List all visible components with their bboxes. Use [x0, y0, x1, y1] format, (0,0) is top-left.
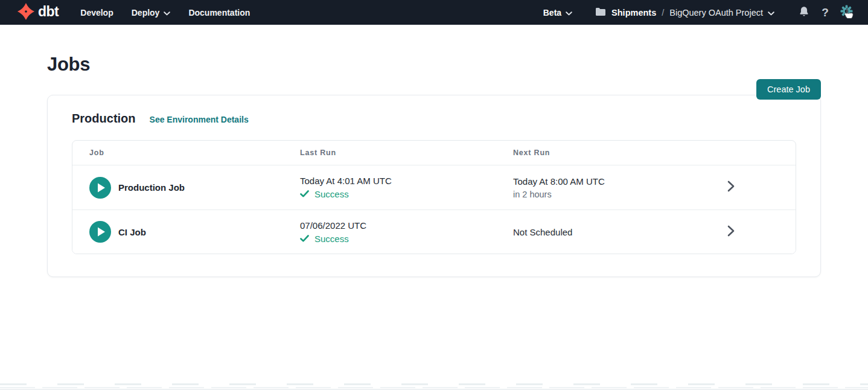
- row-expand-cell: [727, 225, 786, 239]
- last-run-cell: 07/06/2022 UTC Success: [300, 220, 513, 244]
- gear-icon: [840, 5, 853, 20]
- status-badge: Success: [314, 234, 349, 244]
- run-job-button[interactable]: [89, 221, 111, 243]
- job-cell: Production Job: [89, 177, 300, 199]
- column-header-next-run: Next Run: [513, 149, 727, 157]
- last-run-status: Success: [300, 189, 513, 199]
- job-name: CI Job: [118, 227, 146, 237]
- primary-nav: Develop Deploy Documentation: [80, 8, 250, 18]
- see-environment-details-link[interactable]: See Environment Details: [150, 115, 249, 124]
- column-header-job: Job: [89, 149, 300, 157]
- table-row-ci-job[interactable]: CI Job 07/06/2022 UTC Success Not Schedu…: [72, 209, 796, 254]
- beta-selector[interactable]: Beta: [543, 8, 572, 18]
- bell-icon: [799, 6, 809, 19]
- folder-icon: [595, 7, 606, 18]
- help-button[interactable]: ?: [818, 5, 832, 20]
- job-cell: CI Job: [89, 221, 300, 243]
- create-job-button[interactable]: Create Job: [756, 79, 821, 100]
- check-icon: [300, 234, 309, 244]
- nav-item-documentation[interactable]: Documentation: [188, 8, 250, 18]
- breadcrumb-environment-label: BigQuery OAuth Project: [669, 8, 763, 18]
- nav-item-deploy[interactable]: Deploy: [132, 8, 171, 18]
- last-run-time: 07/06/2022 UTC: [300, 220, 513, 231]
- breadcrumb-separator: /: [662, 8, 664, 18]
- question-mark-icon: ?: [822, 6, 829, 19]
- chevron-down-icon: [566, 8, 572, 18]
- environment-card-header: Production See Environment Details: [72, 112, 796, 126]
- run-job-button[interactable]: [89, 177, 111, 199]
- job-name: Production Job: [118, 182, 185, 193]
- nav-item-develop[interactable]: Develop: [80, 8, 113, 18]
- jobs-table: Job Last Run Next Run Production Job: [72, 140, 796, 254]
- next-run-cell: Not Scheduled: [513, 227, 727, 237]
- next-run-time: Not Scheduled: [513, 227, 727, 237]
- dbt-logo-icon: [17, 2, 35, 23]
- nav-item-documentation-label: Documentation: [188, 8, 250, 18]
- chevron-right-icon[interactable]: [727, 225, 735, 239]
- next-run-note: in 2 hours: [513, 190, 727, 199]
- nav-item-develop-label: Develop: [80, 8, 113, 18]
- main-content: Jobs Create Job Production See Environme…: [0, 25, 868, 277]
- breadcrumb-environment[interactable]: BigQuery OAuth Project: [669, 8, 774, 18]
- top-navbar: dbt Develop Deploy Documentation Beta Sh…: [0, 0, 868, 25]
- last-run-time: Today At 4:01 AM UTC: [300, 176, 513, 186]
- column-header-last-run: Last Run: [300, 149, 513, 157]
- beta-label: Beta: [543, 8, 561, 18]
- jobs-table-header: Job Last Run Next Run: [72, 141, 796, 165]
- last-run-status: Success: [300, 234, 513, 244]
- notifications-button[interactable]: [797, 5, 811, 20]
- chevron-right-icon[interactable]: [727, 181, 735, 194]
- page-title: Jobs: [47, 25, 821, 75]
- chevron-down-icon: [768, 8, 774, 18]
- last-run-cell: Today At 4:01 AM UTC Success: [300, 176, 513, 199]
- dbt-logo[interactable]: dbt: [17, 2, 59, 23]
- settings-button[interactable]: [839, 5, 854, 20]
- row-expand-cell: [727, 181, 786, 194]
- dbt-logo-text: dbt: [38, 5, 59, 21]
- environment-card: Production See Environment Details Job L…: [47, 95, 821, 277]
- navbar-right: Beta Shipments / BigQuery OAuth Project: [543, 5, 854, 20]
- next-run-cell: Today At 8:00 AM UTC in 2 hours: [513, 176, 727, 199]
- chevron-down-icon: [164, 8, 170, 18]
- table-row-production-job[interactable]: Production Job Today At 4:01 AM UTC Succ…: [72, 165, 796, 209]
- next-run-time: Today At 8:00 AM UTC: [513, 176, 727, 187]
- page-bottom-dashed-texture-2: [0, 387, 868, 388]
- environment-title: Production: [72, 112, 136, 126]
- page-bottom-dashed-texture: [0, 383, 868, 385]
- nav-item-deploy-label: Deploy: [132, 8, 160, 18]
- check-icon: [300, 189, 309, 199]
- breadcrumb-project[interactable]: Shipments: [611, 8, 656, 18]
- status-badge: Success: [314, 189, 349, 199]
- breadcrumb: Shipments / BigQuery OAuth Project: [595, 7, 774, 18]
